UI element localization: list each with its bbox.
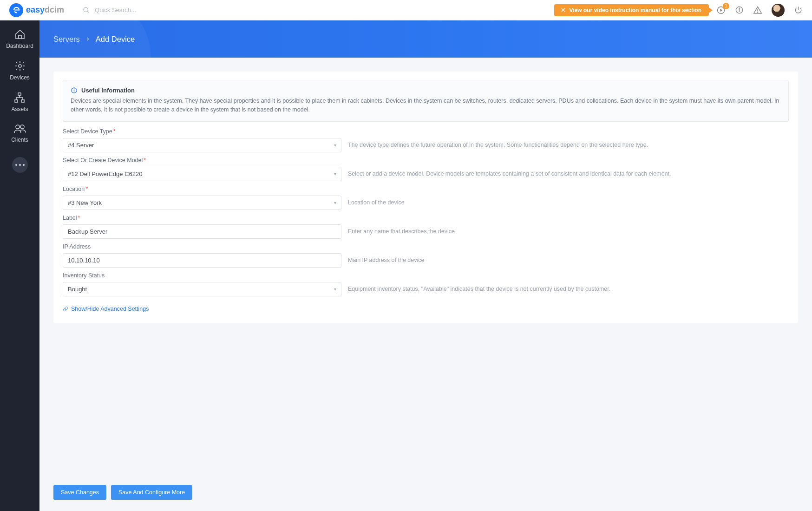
search-icon	[83, 7, 90, 14]
sidebar-item-label: Assets	[11, 106, 28, 112]
logo-mark-icon	[9, 3, 23, 17]
breadcrumb: Servers Add Device	[53, 35, 135, 44]
gear-icon	[14, 60, 26, 72]
label-help: Enter any name that describes the device	[348, 224, 789, 235]
users-icon	[14, 124, 26, 134]
chevron-down-icon: ▾	[334, 200, 336, 205]
svg-rect-13	[18, 93, 21, 95]
device-type-select[interactable]: #4 Server ▾	[63, 138, 341, 152]
inventory-help: Equipment inventory status. "Available" …	[348, 282, 789, 292]
network-icon	[14, 92, 25, 103]
sidebar-more[interactable]	[12, 157, 28, 173]
info-body: Devices are special elements in the syst…	[71, 97, 781, 115]
footer-buttons: Save Changes Save And Configure More	[53, 485, 192, 500]
home-icon	[14, 29, 26, 40]
chevron-down-icon: ▾	[334, 287, 336, 292]
device-type-help: The device type defines the future opera…	[348, 138, 789, 148]
svg-point-0	[84, 7, 88, 12]
close-icon[interactable]	[561, 7, 566, 13]
search[interactable]	[83, 7, 211, 14]
power-icon[interactable]	[794, 6, 803, 14]
svg-point-8	[739, 8, 740, 8]
sidebar: Dashboard Devices Assets Clients	[0, 20, 39, 511]
advanced-settings-toggle[interactable]: Show/Hide Advanced Settings	[63, 306, 149, 312]
chevron-down-icon: ▾	[334, 171, 336, 177]
sidebar-item-label: Devices	[10, 74, 30, 81]
device-model-select[interactable]: #12 Dell PowerEdge C6220 ▾	[63, 167, 341, 181]
ip-help: Main IP address of the device	[348, 253, 789, 263]
device-type-label: Select Device Type*	[63, 128, 341, 135]
svg-rect-15	[21, 100, 24, 102]
svg-point-17	[20, 125, 24, 129]
info-icon	[71, 87, 78, 94]
main: Servers Add Device Useful Information De…	[39, 20, 812, 511]
ip-input[interactable]	[63, 253, 341, 268]
sidebar-item-label: Dashboard	[6, 43, 33, 49]
link-icon	[63, 306, 68, 312]
svg-point-10	[757, 12, 758, 12]
avatar[interactable]	[772, 4, 785, 17]
logo[interactable]: easydcim	[9, 3, 64, 17]
video-banner-text: View our video instruction manual for th…	[570, 7, 702, 13]
device-model-label: Select Or Create Device Model*	[63, 157, 341, 164]
svg-point-12	[19, 65, 21, 67]
device-model-help: Select or add a device model. Device mod…	[348, 167, 789, 177]
svg-point-20	[74, 89, 74, 89]
sidebar-item-dashboard[interactable]: Dashboard	[6, 29, 33, 49]
breadcrumb-leaf: Add Device	[96, 35, 135, 44]
topbar: easydcim View our video instruction manu…	[0, 0, 812, 20]
svg-line-1	[87, 11, 89, 13]
sidebar-item-devices[interactable]: Devices	[10, 60, 30, 81]
logo-text: easydcim	[26, 5, 64, 15]
location-select[interactable]: #3 New York ▾	[63, 196, 341, 210]
sidebar-item-label: Clients	[11, 137, 28, 143]
save-and-configure-button[interactable]: Save And Configure More	[111, 485, 192, 500]
save-button[interactable]: Save Changes	[53, 485, 106, 500]
svg-rect-14	[15, 100, 18, 102]
page-header: Servers Add Device	[39, 20, 812, 58]
breadcrumb-root[interactable]: Servers	[53, 35, 80, 44]
info-icon[interactable]	[735, 6, 744, 14]
search-input[interactable]	[95, 7, 211, 13]
form-card: Useful Information Devices are special e…	[53, 72, 798, 323]
location-label: Location*	[63, 186, 341, 192]
info-title: Useful Information	[81, 87, 135, 94]
ip-label: IP Address	[63, 243, 341, 250]
chevron-down-icon: ▾	[334, 143, 336, 148]
inventory-label: Inventory Status	[63, 272, 341, 279]
sidebar-item-assets[interactable]: Assets	[11, 92, 28, 112]
inventory-select[interactable]: Bought ▾	[63, 282, 341, 296]
sidebar-item-clients[interactable]: Clients	[11, 124, 28, 143]
tour-icon[interactable]: 1	[716, 6, 726, 15]
notification-badge: 1	[723, 3, 729, 9]
label-input[interactable]	[63, 224, 341, 239]
video-manual-banner[interactable]: View our video instruction manual for th…	[554, 4, 709, 16]
label-label: Label*	[63, 215, 341, 221]
chevron-right-icon	[85, 37, 90, 41]
location-help: Location of the device	[348, 196, 789, 206]
svg-point-16	[16, 125, 20, 129]
svg-marker-5	[720, 8, 722, 12]
alert-icon[interactable]	[753, 6, 762, 15]
topbar-actions: 1	[716, 4, 803, 17]
info-box: Useful Information Devices are special e…	[63, 80, 789, 122]
